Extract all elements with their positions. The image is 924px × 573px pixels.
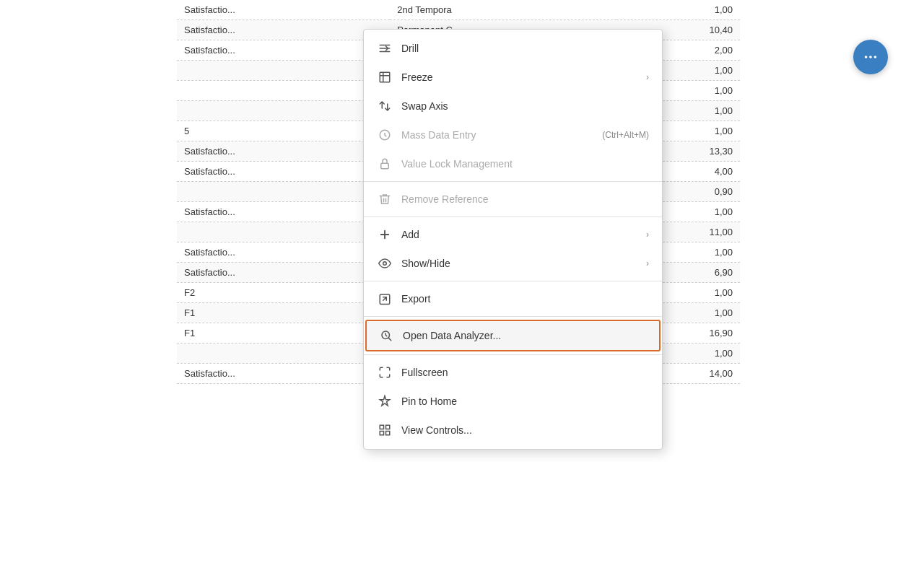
menu-item-label: Swap Axis — [401, 100, 649, 112]
svg-rect-7 — [381, 163, 389, 169]
cell-col1: Satisfactio... — [177, 364, 390, 384]
menu-item-export[interactable]: Export — [364, 284, 662, 313]
drill-icon — [377, 40, 393, 56]
analyzer-icon — [378, 328, 394, 344]
cell-col1: Satisfactio... — [177, 162, 390, 182]
menu-item-remove-reference: Remove Reference — [364, 185, 662, 214]
cell-col1: 5 — [177, 121, 390, 141]
cell-col1: Satisfactio... — [177, 20, 390, 40]
menu-item-add[interactable]: Add › — [364, 220, 662, 249]
menu-item-label: Remove Reference — [401, 193, 649, 205]
mass-icon — [377, 127, 393, 143]
menu-item-label: Value Lock Management — [401, 158, 649, 170]
cell-col1: Satisfactio... — [177, 141, 390, 162]
cell-col1: F1 — [177, 303, 390, 323]
submenu-arrow: › — [646, 229, 649, 240]
submenu-arrow: › — [646, 258, 649, 268]
menu-item-open-data-analyzer[interactable]: Open Data Analyzer... — [365, 320, 661, 351]
view-icon — [377, 422, 393, 438]
menu-item-label: Mass Data Entry — [401, 129, 595, 141]
cell-col2: 2nd Tempora — [390, 0, 616, 20]
menu-item-label: Show/Hide — [401, 258, 640, 269]
menu-separator — [364, 216, 662, 217]
cell-col1: Satisfactio... — [177, 202, 390, 222]
eye-icon — [377, 255, 393, 271]
svg-rect-15 — [386, 432, 390, 435]
svg-rect-13 — [386, 425, 390, 429]
fullscreen-icon — [377, 364, 393, 380]
cell-col1 — [177, 222, 390, 242]
menu-item-show-hide[interactable]: Show/Hide › — [364, 249, 662, 278]
cell-col1: Satisfactio... — [177, 242, 390, 263]
pin-icon — [377, 393, 393, 409]
cell-col3: 1,00 — [616, 0, 740, 20]
cell-col1 — [177, 81, 390, 101]
cell-col1 — [177, 61, 390, 81]
cell-col1: F2 — [177, 283, 390, 303]
cell-col1 — [177, 101, 390, 121]
menu-item-label: Drill — [401, 43, 649, 54]
submenu-arrow: › — [646, 72, 649, 82]
cell-col1: Satisfactio... — [177, 40, 390, 61]
cell-col1: Satisfactio... — [177, 0, 390, 20]
menu-item-label: Open Data Analyzer... — [403, 330, 648, 341]
more-options-button[interactable] — [853, 40, 888, 74]
menu-item-label: View Controls... — [401, 424, 649, 436]
svg-rect-14 — [380, 432, 383, 435]
add-icon — [377, 227, 393, 242]
cell-col1: Satisfactio... — [177, 263, 390, 283]
menu-item-freeze[interactable]: Freeze › — [364, 63, 662, 92]
menu-separator — [364, 281, 662, 281]
cell-col1: F1 — [177, 323, 390, 344]
menu-item-view-controls[interactable]: View Controls... — [364, 416, 662, 445]
svg-rect-3 — [380, 72, 390, 82]
svg-point-1 — [869, 56, 872, 58]
svg-point-2 — [874, 56, 877, 58]
menu-shortcut: (Ctrl+Alt+M) — [602, 130, 649, 140]
menu-item-mass-data-entry: Mass Data Entry (Ctrl+Alt+M) — [364, 121, 662, 149]
cell-col1 — [177, 182, 390, 202]
cell-col1 — [177, 344, 390, 364]
svg-rect-12 — [380, 425, 383, 429]
menu-item-label: Pin to Home — [401, 395, 649, 407]
menu-item-fullscreen[interactable]: Fullscreen — [364, 358, 662, 387]
menu-separator — [364, 181, 662, 182]
export-icon — [377, 291, 393, 307]
menu-item-pin-to-home[interactable]: Pin to Home — [364, 387, 662, 416]
trash-icon — [377, 191, 393, 207]
menu-item-label: Freeze — [401, 71, 640, 83]
table-row: Satisfactio... 2nd Tempora 1,00 — [177, 0, 740, 20]
svg-point-10 — [383, 262, 387, 266]
menu-item-drill[interactable]: Drill — [364, 34, 662, 63]
swap-icon — [377, 98, 393, 114]
menu-item-swap-axis[interactable]: Swap Axis — [364, 92, 662, 121]
svg-point-0 — [865, 56, 868, 58]
freeze-icon — [377, 69, 393, 85]
menu-separator — [364, 316, 662, 317]
menu-item-label: Add — [401, 229, 640, 240]
context-menu: Drill Freeze › Swap Axis Mass Data Entry… — [363, 29, 663, 450]
lock-icon — [377, 156, 393, 172]
ellipsis-icon — [863, 49, 879, 65]
menu-item-value-lock: Value Lock Management — [364, 149, 662, 178]
menu-item-label: Export — [401, 293, 649, 305]
menu-item-label: Fullscreen — [401, 367, 649, 378]
menu-separator — [364, 354, 662, 355]
